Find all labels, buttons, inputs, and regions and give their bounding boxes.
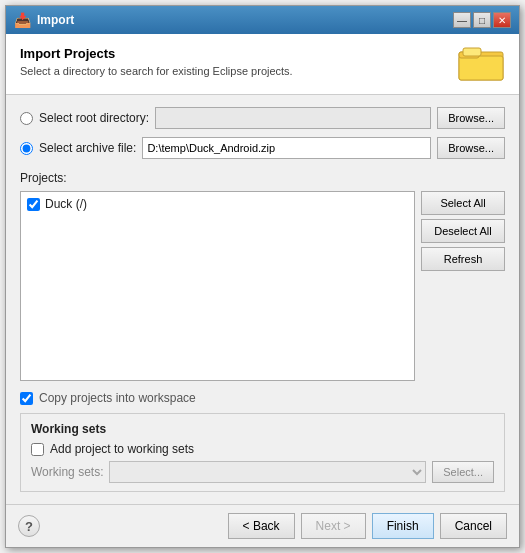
cancel-button[interactable]: Cancel	[440, 513, 507, 539]
header-text: Import Projects Select a directory to se…	[20, 46, 293, 77]
add-working-sets-label: Add project to working sets	[50, 442, 194, 456]
browse-archive-button[interactable]: Browse...	[437, 137, 505, 159]
back-button[interactable]: < Back	[228, 513, 295, 539]
title-controls: — □ ✕	[453, 12, 511, 28]
maximize-button[interactable]: □	[473, 12, 491, 28]
title-bar: 📥 Import — □ ✕	[6, 6, 519, 34]
svg-rect-3	[463, 48, 481, 56]
working-sets-dropdown	[109, 461, 426, 483]
list-item: Duck (/)	[25, 196, 410, 212]
add-working-sets-row: Add project to working sets	[31, 442, 494, 456]
import-window: 📥 Import — □ ✕ Import Projects Select a …	[5, 5, 520, 548]
finish-button[interactable]: Finish	[372, 513, 434, 539]
working-sets-field-label: Working sets:	[31, 465, 103, 479]
svg-rect-1	[459, 56, 503, 80]
project-name: Duck (/)	[45, 197, 87, 211]
content-area: Select root directory: Browse... Select …	[6, 95, 519, 504]
add-working-sets-checkbox[interactable]	[31, 443, 44, 456]
root-directory-radio[interactable]	[20, 112, 33, 125]
archive-file-radio[interactable]	[20, 142, 33, 155]
copy-row: Copy projects into workspace	[20, 391, 505, 405]
refresh-button[interactable]: Refresh	[421, 247, 505, 271]
projects-label: Projects:	[20, 171, 505, 185]
close-button[interactable]: ✕	[493, 12, 511, 28]
copy-checkbox[interactable]	[20, 392, 33, 405]
window-title: Import	[37, 13, 74, 27]
title-bar-left: 📥 Import	[14, 12, 74, 28]
folder-icon	[457, 42, 505, 84]
working-sets-input-row: Working sets: Select...	[31, 461, 494, 483]
next-button[interactable]: Next >	[301, 513, 366, 539]
root-directory-row: Select root directory: Browse...	[20, 107, 505, 129]
page-subtitle: Select a directory to search for existin…	[20, 65, 293, 77]
minimize-button[interactable]: —	[453, 12, 471, 28]
archive-file-input[interactable]	[142, 137, 431, 159]
footer-left: ?	[18, 515, 40, 537]
deselect-all-button[interactable]: Deselect All	[421, 219, 505, 243]
help-button[interactable]: ?	[18, 515, 40, 537]
project-checkbox[interactable]	[27, 198, 40, 211]
browse-root-button[interactable]: Browse...	[437, 107, 505, 129]
page-title: Import Projects	[20, 46, 293, 61]
header-section: Import Projects Select a directory to se…	[6, 34, 519, 95]
footer-right: < Back Next > Finish Cancel	[228, 513, 507, 539]
archive-file-row: Select archive file: Browse...	[20, 137, 505, 159]
projects-list[interactable]: Duck (/)	[20, 191, 415, 381]
select-all-button[interactable]: Select All	[421, 191, 505, 215]
projects-area: Duck (/) Select All Deselect All Refresh	[20, 191, 505, 381]
root-directory-label: Select root directory:	[39, 111, 149, 125]
archive-file-label: Select archive file:	[39, 141, 136, 155]
working-sets-select-button: Select...	[432, 461, 494, 483]
projects-buttons: Select All Deselect All Refresh	[421, 191, 505, 381]
working-sets-section: Working sets Add project to working sets…	[20, 413, 505, 492]
window-icon: 📥	[14, 12, 31, 28]
root-directory-input[interactable]	[155, 107, 431, 129]
copy-label: Copy projects into workspace	[39, 391, 196, 405]
working-sets-title: Working sets	[31, 422, 494, 436]
footer: ? < Back Next > Finish Cancel	[6, 504, 519, 547]
